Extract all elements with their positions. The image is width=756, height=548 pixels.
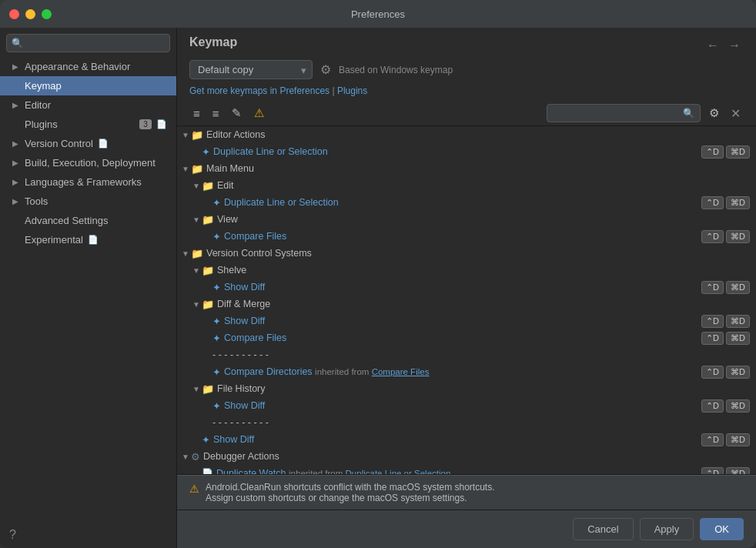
table-row[interactable]: ✦ Show Diff ⌃D ⌘D: [177, 397, 756, 414]
tree-node-label: Duplicate Line or Selection: [213, 146, 695, 157]
main-header: Keymap ← →: [177, 28, 756, 55]
page-icon: 📄: [98, 139, 109, 149]
table-row[interactable]: ▼ 📁 Edit: [177, 177, 756, 194]
table-row[interactable]: ▼ ⚙ Debugger Actions: [177, 448, 756, 465]
table-row[interactable]: ▼ 📁 File History: [177, 380, 756, 397]
shortcut-badge: ⌃D: [701, 281, 724, 294]
help-button[interactable]: ?: [0, 522, 176, 548]
keymap-select[interactable]: Default copy: [189, 60, 313, 79]
table-row[interactable]: ▼ 📁 Diff & Merge: [177, 296, 756, 312]
apply-button[interactable]: Apply: [640, 518, 694, 540]
tree-node-label: Show Diff: [224, 400, 695, 411]
shortcut-badge: ⌃D: [701, 196, 724, 209]
table-row[interactable]: ✦ Compare Files ⌃D ⌘D: [177, 329, 756, 346]
table-row[interactable]: ▼ 📁 Main Menu: [177, 160, 756, 177]
sidebar-search-box[interactable]: 🔍: [6, 34, 170, 52]
sidebar-search-input[interactable]: [6, 34, 170, 52]
shortcut-badges: ⌃D ⌘D: [701, 366, 750, 379]
back-button[interactable]: ←: [704, 37, 722, 54]
get-more-keymaps-link[interactable]: Get more keymaps in Preferences: [189, 85, 329, 96]
close-button[interactable]: [9, 9, 19, 19]
window-title: Preferences: [351, 8, 405, 20]
close-search-button[interactable]: ✕: [728, 105, 744, 122]
keymap-links-row: Get more keymaps in Preferences | Plugin…: [177, 84, 756, 101]
chevron-right-icon: ▶: [12, 197, 20, 206]
shortcut-badge: ⌃D: [701, 315, 724, 328]
table-row[interactable]: 📄 Duplicate Watch inherited from Duplica…: [177, 465, 756, 475]
expand-all-button[interactable]: ≡: [189, 105, 204, 122]
shortcut-badges: ⌃D ⌘D: [701, 332, 750, 345]
ok-button[interactable]: OK: [700, 518, 744, 540]
chevron-right-icon: ▶: [12, 101, 20, 109]
action-icon: ✦: [212, 366, 221, 378]
filter-shortcuts-button[interactable]: ✎: [228, 104, 246, 122]
table-row[interactable]: ✦ Duplicate Line or Selection ⌃D ⌘D: [177, 194, 756, 211]
tree-node-label: Compare Files: [224, 332, 695, 343]
shortcut-badge: ⌘D: [726, 230, 750, 243]
shortcut-badges: ⌃D ⌘D: [701, 467, 750, 476]
toolbar-search[interactable]: 🔍: [547, 104, 701, 122]
table-row[interactable]: ▼ 📁 Shelve: [177, 262, 756, 279]
action-icon: ✦: [212, 282, 221, 293]
table-row[interactable]: ✦ Show Diff ⌃D ⌘D: [177, 312, 756, 329]
page-title: Keymap: [189, 35, 237, 55]
action-icon: ✦: [202, 146, 210, 158]
folder-icon: 📁: [202, 214, 214, 226]
main-content: 🔍 ▶ Appearance & Behavior Keymap ▶ Edito…: [0, 28, 756, 548]
sidebar-item-experimental[interactable]: Experimental 📄: [0, 230, 176, 249]
sidebar: 🔍 ▶ Appearance & Behavior Keymap ▶ Edito…: [0, 28, 177, 548]
search-icon: 🔍: [683, 108, 694, 119]
table-row[interactable]: ▼ 📁 View: [177, 211, 756, 228]
keymap-select-wrap[interactable]: Default copy: [189, 60, 313, 79]
table-row[interactable]: ✦ Duplicate Line or Selection ⌃D ⌘D: [177, 143, 756, 160]
maximize-button[interactable]: [42, 9, 52, 19]
sidebar-item-plugins[interactable]: Plugins 3 📄: [0, 115, 176, 134]
plugins-link[interactable]: Plugins: [337, 85, 367, 96]
tree-node-label: Main Menu: [206, 163, 750, 174]
collapse-all-button[interactable]: ≡: [209, 105, 223, 122]
sidebar-item-editor[interactable]: ▶ Editor: [0, 95, 176, 115]
sidebar-item-build[interactable]: ▶ Build, Execution, Deployment: [0, 153, 176, 172]
chevron-right-icon: ▶: [12, 159, 20, 167]
sidebar-items-list: ▶ Appearance & Behavior Keymap ▶ Editor …: [0, 57, 176, 522]
folder-icon: 📁: [191, 129, 203, 141]
cancel-button[interactable]: Cancel: [573, 518, 633, 540]
warning-icon: ⚠: [189, 483, 199, 495]
table-row[interactable]: ✦ Show Diff ⌃D ⌘D: [177, 431, 756, 448]
minimize-button[interactable]: [25, 9, 35, 19]
forward-button[interactable]: →: [725, 37, 744, 54]
keymap-tree[interactable]: ▼ 📁 Editor Actions ✦ Duplicate Line or S…: [177, 126, 756, 475]
sidebar-item-version-control[interactable]: ▶ Version Control 📄: [0, 134, 176, 153]
gear-folder-icon: ⚙: [191, 451, 200, 463]
table-row[interactable]: ✦ Compare Files ⌃D ⌘D: [177, 228, 756, 245]
tree-node-label: Duplicate Line or Selection: [224, 197, 695, 208]
sidebar-item-keymap[interactable]: Keymap: [0, 76, 176, 95]
warning-line1: Android.CleanRun shortcuts conflict with…: [206, 482, 495, 493]
sidebar-item-tools[interactable]: ▶ Tools: [0, 192, 176, 211]
chevron-down-icon: ▼: [180, 453, 191, 461]
search-icon: 🔍: [12, 38, 23, 48]
sidebar-item-label: Version Control: [25, 138, 93, 149]
table-row[interactable]: ✦ Show Diff ⌃D ⌘D: [177, 279, 756, 296]
tree-node-label: Version Control Systems: [206, 248, 750, 259]
shortcut-badge: ⌘D: [726, 399, 750, 413]
table-row[interactable]: ▼ 📁 Version Control Systems: [177, 245, 756, 262]
table-row[interactable]: ▼ 📁 Editor Actions: [177, 126, 756, 143]
page-icon: 📄: [156, 119, 167, 129]
sidebar-item-label: Appearance & Behavior: [25, 61, 130, 72]
table-row: - - - - - - - - - -: [177, 414, 756, 431]
sidebar-item-advanced[interactable]: Advanced Settings: [0, 211, 176, 230]
warning-text: Android.CleanRun shortcuts conflict with…: [206, 482, 495, 503]
keymap-gear-button[interactable]: ⚙: [320, 62, 331, 77]
table-row[interactable]: ✦ Compare Directories inherited from Com…: [177, 363, 756, 380]
chevron-down-icon: ▼: [191, 300, 202, 309]
chevron-right-icon: ▶: [12, 178, 20, 186]
tree-node-label: Duplicate Watch inherited from Duplicate…: [216, 468, 695, 475]
sidebar-item-languages[interactable]: ▶ Languages & Frameworks: [0, 172, 176, 192]
sidebar-item-appearance[interactable]: ▶ Appearance & Behavior: [0, 57, 176, 76]
filter-conflicts-button[interactable]: ⚠: [250, 104, 268, 122]
keymap-search-input[interactable]: [547, 104, 701, 122]
chevron-right-icon: ▶: [12, 139, 20, 148]
settings-button[interactable]: ⚙: [705, 104, 723, 122]
shortcut-badges: ⌃D ⌘D: [701, 399, 750, 413]
